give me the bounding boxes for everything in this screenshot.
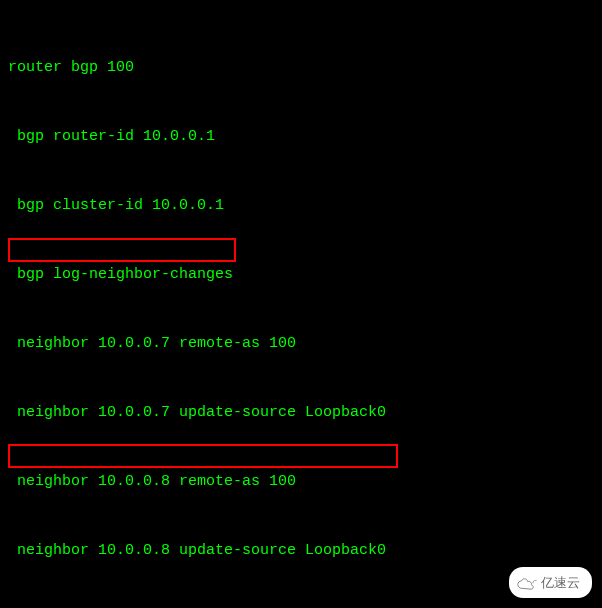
cloud-icon (517, 576, 537, 590)
config-line: neighbor 10.0.0.7 remote-as 100 (8, 332, 594, 355)
config-line: bgp log-neighbor-changes (8, 263, 594, 286)
watermark-badge: 亿速云 (509, 567, 592, 598)
config-line: neighbor 10.0.0.8 update-source Loopback… (8, 539, 594, 562)
config-line: bgp router-id 10.0.0.1 (8, 125, 594, 148)
config-line: router bgp 100 (8, 56, 594, 79)
terminal-output: router bgp 100 bgp router-id 10.0.0.1 bg… (8, 10, 594, 608)
config-line: neighbor 10.0.0.8 remote-as 100 (8, 470, 594, 493)
config-line: neighbor 10.0.0.7 update-source Loopback… (8, 401, 594, 424)
watermark-text: 亿速云 (541, 571, 580, 594)
config-line: bgp cluster-id 10.0.0.1 (8, 194, 594, 217)
